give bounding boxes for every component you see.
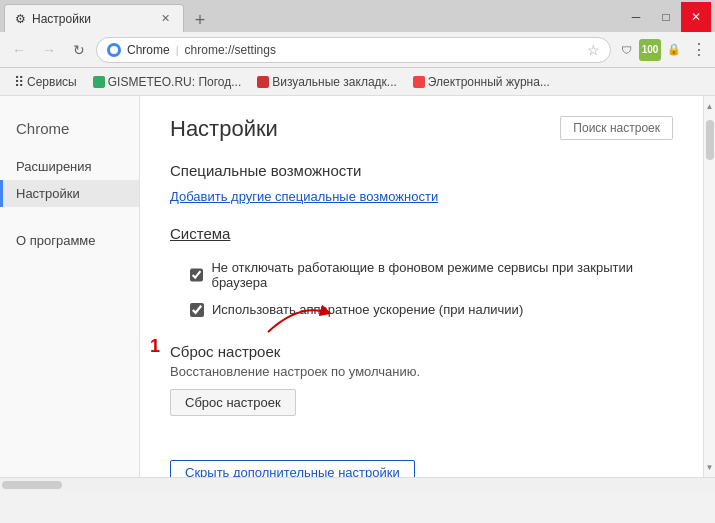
- about-label: О программе: [16, 233, 96, 248]
- forward-button[interactable]: →: [36, 37, 62, 63]
- address-site-name: Chrome: [127, 43, 170, 57]
- shield-icon[interactable]: 🛡: [615, 39, 637, 61]
- apps-button[interactable]: ⠿ Сервисы: [8, 72, 83, 92]
- hide-section: Скрыть дополнительные настройки: [170, 440, 673, 477]
- sidebar: Chrome Расширения Настройки О программе: [0, 96, 140, 477]
- window-close-button[interactable]: ✕: [681, 2, 711, 32]
- bookmarks-bar: ⠿ Сервисы GISMETEO.RU: Погод... Визуальн…: [0, 68, 715, 96]
- sidebar-gap: [0, 207, 139, 227]
- svg-point-0: [110, 46, 118, 54]
- scroll-track: [704, 116, 715, 457]
- scroll-down-button[interactable]: ▼: [704, 457, 715, 477]
- bookmark-favicon-2: [413, 76, 425, 88]
- hardware-accel-checkbox[interactable]: [190, 303, 204, 317]
- reset-heading: Сброс настроек: [170, 343, 673, 360]
- bookmark-star-icon[interactable]: ☆: [587, 42, 600, 58]
- apps-label: Сервисы: [27, 75, 77, 89]
- address-url: chrome://settings: [185, 43, 276, 57]
- site-icon: [107, 43, 121, 57]
- reset-section: Сброс настроек Восстановление настроек п…: [170, 343, 673, 416]
- system-heading: Система: [170, 225, 673, 242]
- horizontal-scrollbar[interactable]: [0, 477, 715, 491]
- reload-button[interactable]: ↻: [66, 37, 92, 63]
- address-box[interactable]: Chrome | chrome://settings ☆: [96, 37, 611, 63]
- tab-close-button[interactable]: ✕: [157, 11, 173, 27]
- address-bar-row: ← → ↻ Chrome | chrome://settings ☆ 🛡 100…: [0, 32, 715, 68]
- new-tab-button[interactable]: +: [188, 8, 212, 32]
- system-section: Система Не отключать работающие в фоново…: [170, 225, 673, 323]
- tab-title: Настройки: [32, 12, 91, 26]
- special-section: Специальные возможности Добавить другие …: [170, 162, 673, 205]
- extensions-label: Расширения: [16, 159, 92, 174]
- bookmark-label-0: GISMETEO.RU: Погод...: [108, 75, 242, 89]
- bookmark-label-1: Визуальные закладк...: [272, 75, 397, 89]
- reset-description: Восстановление настроек по умолчанию.: [170, 364, 673, 379]
- keep-services-label: Не отключать работающие в фоновом режиме…: [211, 260, 673, 290]
- hardware-accel-label: Использовать аппаратное ускорение (при н…: [212, 302, 523, 317]
- bookmark-favicon-1: [257, 76, 269, 88]
- bookmark-favicon-0: [93, 76, 105, 88]
- bookmark-item-0[interactable]: GISMETEO.RU: Погод...: [87, 73, 248, 91]
- address-actions: 🛡 100 🔒 ⋮: [615, 39, 709, 61]
- sidebar-item-extensions[interactable]: Расширения: [0, 153, 139, 180]
- bookmark-label-2: Электронный журна...: [428, 75, 550, 89]
- tab-bar: ⚙ Настройки ✕ + ─ □ ✕: [0, 0, 715, 32]
- settings-title-row: Настройки Поиск настроек: [170, 116, 673, 142]
- tab-favicon-icon: ⚙: [15, 12, 26, 26]
- window-minimize-button[interactable]: ─: [621, 2, 651, 32]
- window-maximize-button[interactable]: □: [651, 2, 681, 32]
- search-settings-button[interactable]: Поиск настроек: [560, 116, 673, 140]
- sidebar-item-settings[interactable]: Настройки: [0, 180, 139, 207]
- settings-page-title: Настройки: [170, 116, 278, 142]
- scroll-thumb[interactable]: [706, 120, 714, 160]
- apps-grid-icon: ⠿: [14, 74, 24, 90]
- keep-services-checkbox[interactable]: [190, 268, 203, 282]
- special-heading: Специальные возможности: [170, 162, 673, 179]
- reset-button[interactable]: Сброс настроек: [170, 389, 296, 416]
- active-tab[interactable]: ⚙ Настройки ✕: [4, 4, 184, 32]
- h-scroll-thumb[interactable]: [2, 481, 62, 489]
- settings-label: Настройки: [16, 186, 80, 201]
- sidebar-brand: Chrome: [0, 116, 139, 153]
- bookmark-item-2[interactable]: Электронный журна...: [407, 73, 556, 91]
- browser-content: Chrome Расширения Настройки О программе …: [0, 96, 715, 477]
- add-special-link[interactable]: Добавить другие специальные возможности: [170, 189, 438, 204]
- scrollbar[interactable]: ▲ ▼: [703, 96, 715, 477]
- back-button[interactable]: ←: [6, 37, 32, 63]
- menu-icon[interactable]: ⋮: [687, 39, 709, 61]
- scroll-up-button[interactable]: ▲: [704, 96, 715, 116]
- settings-content: Настройки Поиск настроек Специальные воз…: [140, 96, 703, 477]
- address-separator: |: [176, 44, 179, 56]
- security-icon[interactable]: 🔒: [663, 39, 685, 61]
- annotation-number: 1: [150, 336, 160, 357]
- checkbox-row-1: Не отключать работающие в фоновом режиме…: [170, 254, 673, 296]
- sidebar-item-about[interactable]: О программе: [0, 227, 139, 254]
- checkbox-row-2: Использовать аппаратное ускорение (при н…: [170, 296, 673, 323]
- bookmark-item-1[interactable]: Визуальные закладк...: [251, 73, 403, 91]
- badge-icon[interactable]: 100: [639, 39, 661, 61]
- hide-settings-link[interactable]: Скрыть дополнительные настройки: [170, 460, 415, 477]
